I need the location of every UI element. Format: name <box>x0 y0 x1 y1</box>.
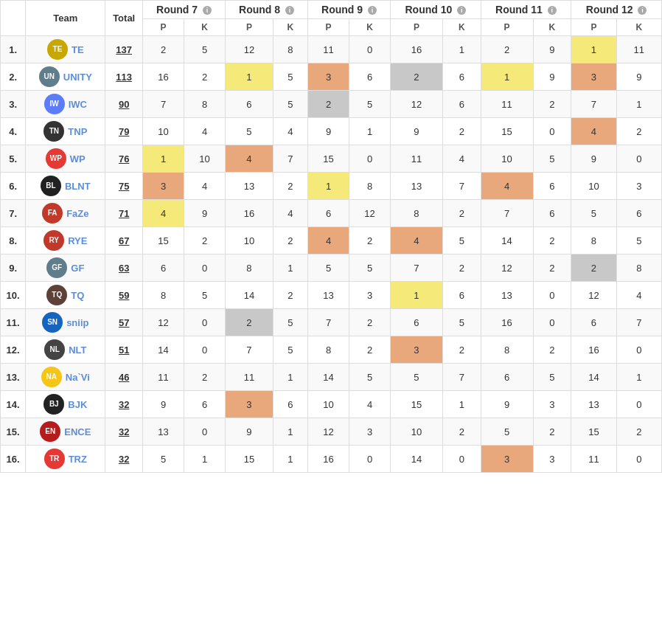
table-row: 9. GF GF 63 6081557212228 <box>1 255 662 282</box>
r7-k-cell: 0 <box>184 309 226 336</box>
team-icon-tnp: TN <box>43 121 64 142</box>
total-cell: 67 <box>105 227 143 255</box>
r8-k-cell: 1 <box>273 364 307 391</box>
r10-k-cell: 2 <box>442 418 481 446</box>
r8-k-cell: 2 <box>273 227 307 255</box>
r12-k-cell: 3 <box>616 173 661 200</box>
r9-k-cell: 5 <box>349 255 391 282</box>
r8-p-cell: 7 <box>226 336 273 364</box>
r10-p-cell: 1 <box>391 282 443 309</box>
team-icon-rye: RY <box>43 230 64 251</box>
r12-k-cell: 2 <box>616 118 661 145</box>
team-cell: FA FaZe <box>26 200 105 227</box>
table-row: 8. RY RYE 67 152102424514285 <box>1 227 662 255</box>
r8-p-cell: 6 <box>226 91 273 118</box>
r9-k-cell: 0 <box>349 446 391 473</box>
r10-k-cell: 6 <box>442 91 481 118</box>
r11-p-cell: 9 <box>481 391 533 418</box>
r11-k-cell: 2 <box>533 255 571 282</box>
rank-cell: 1. <box>1 36 26 63</box>
r8-p-cell: 10 <box>226 227 273 255</box>
r12-k-cell: 1 <box>616 91 661 118</box>
team-icon-blnt: BL <box>41 176 61 196</box>
r8-k-cell: 5 <box>273 91 307 118</box>
total-cell: 75 <box>105 173 143 200</box>
r7-p-header: P <box>143 19 184 36</box>
r9-k-cell: 3 <box>349 282 391 309</box>
r7-p-cell: 13 <box>143 418 184 446</box>
total-cell: 113 <box>105 63 143 91</box>
team-cell: BL BLNT <box>26 173 105 200</box>
r7-k-cell: 2 <box>184 227 226 255</box>
r7-p-cell: 1 <box>143 145 184 173</box>
r11-p-cell: 5 <box>481 418 533 446</box>
table-row: 3. IW IWC 90 78652512611271 <box>1 91 662 118</box>
r11-p-cell: 7 <box>481 200 533 227</box>
r8-k-cell: 5 <box>273 309 307 336</box>
r7-p-cell: 7 <box>143 91 184 118</box>
r7-p-cell: 11 <box>143 364 184 391</box>
rank-header <box>1 1 26 36</box>
r8-k-header: K <box>273 19 307 36</box>
r10-k-cell: 1 <box>442 391 481 418</box>
r8-p-cell: 15 <box>226 446 273 473</box>
r10-k-cell: 6 <box>442 63 481 91</box>
r11-k-cell: 0 <box>533 309 571 336</box>
team-name: TQ <box>71 290 84 301</box>
r9-k-cell: 2 <box>349 336 391 364</box>
r7-p-cell: 6 <box>143 255 184 282</box>
r10-k-cell: 0 <box>442 446 481 473</box>
r12-p-cell: 1 <box>571 36 616 63</box>
table-row: 14. BJ BJK 32 963610415193130 <box>1 391 662 418</box>
r10-k-cell: 2 <box>442 336 481 364</box>
team-name: NLT <box>69 344 86 356</box>
r9-p-header: P <box>308 19 349 36</box>
r8-k-cell: 4 <box>273 118 307 145</box>
r9-p-cell: 13 <box>308 282 349 309</box>
team-name: IWC <box>69 99 87 110</box>
team-header: Team <box>26 1 105 36</box>
team-cell: NL NLT <box>26 336 105 364</box>
r11-p-cell: 11 <box>481 91 533 118</box>
team-cell: RY RYE <box>26 227 105 255</box>
r11-k-cell: 9 <box>533 63 571 91</box>
team-name: sniip <box>66 317 88 328</box>
r8-k-cell: 6 <box>273 391 307 418</box>
r8-k-cell: 8 <box>273 36 307 63</box>
r10-k-cell: 7 <box>442 364 481 391</box>
r12-p-cell: 16 <box>571 336 616 364</box>
r9-p-cell: 6 <box>308 200 349 227</box>
r11-k-cell: 0 <box>533 118 571 145</box>
r11-k-cell: 5 <box>533 145 571 173</box>
r9-k-cell: 2 <box>349 227 391 255</box>
team-name: TNP <box>68 126 87 137</box>
round12-info-icon: i <box>638 6 647 15</box>
r12-p-cell: 9 <box>571 145 616 173</box>
team-name: ENCE <box>64 426 91 437</box>
r12-k-header: K <box>616 19 661 36</box>
rank-cell: 8. <box>1 227 26 255</box>
r12-p-cell: 4 <box>571 118 616 145</box>
team-icon-ence: EN <box>40 421 60 442</box>
r12-k-cell: 0 <box>616 446 661 473</box>
rank-cell: 5. <box>1 145 26 173</box>
r7-k-cell: 0 <box>184 418 226 446</box>
r8-k-cell: 1 <box>273 418 307 446</box>
team-name: BJK <box>68 399 87 410</box>
r8-k-cell: 1 <box>273 446 307 473</box>
r8-k-cell: 5 <box>273 63 307 91</box>
r7-k-cell: 5 <box>184 282 226 309</box>
r10-k-cell: 4 <box>442 145 481 173</box>
r11-k-cell: 6 <box>533 200 571 227</box>
r7-k-cell: 4 <box>184 173 226 200</box>
r10-p-cell: 5 <box>391 364 443 391</box>
r8-k-cell: 1 <box>273 255 307 282</box>
r12-p-header: P <box>571 19 616 36</box>
round10-info-icon: i <box>457 6 466 15</box>
r10-p-cell: 8 <box>391 200 443 227</box>
team-name: TE <box>72 44 84 55</box>
r7-k-cell: 1 <box>184 446 226 473</box>
r8-p-cell: 14 <box>226 282 273 309</box>
team-icon-gf: GF <box>46 257 67 278</box>
team-cell: IW IWC <box>26 91 105 118</box>
